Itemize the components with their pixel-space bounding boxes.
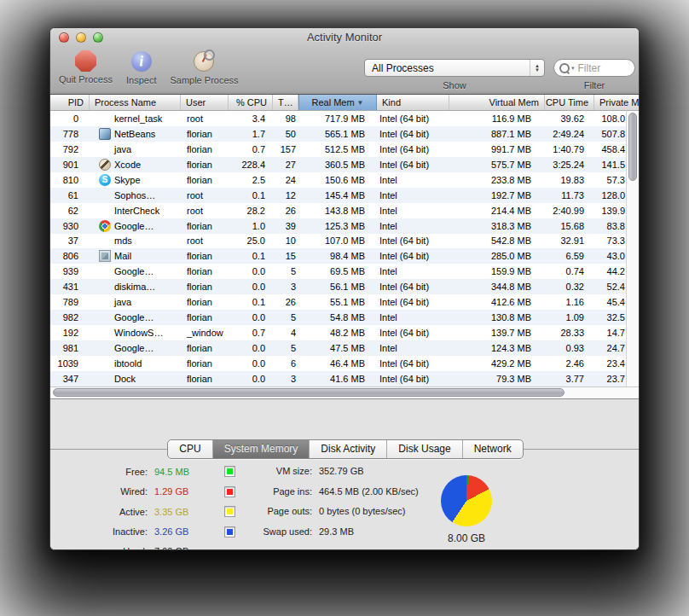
cell-name: SSkype (90, 174, 181, 186)
vertical-scrollbar[interactable] (626, 111, 639, 386)
column-header-private_mem[interactable]: Private Mer (594, 95, 640, 110)
cell-kind: Intel (64 bit) (377, 113, 449, 124)
process-name: Google… (114, 266, 153, 276)
tab-system-memory[interactable]: System Memory (213, 440, 310, 458)
column-header-name[interactable]: Process Name (90, 95, 181, 110)
vertical-scrollbar-thumb[interactable] (628, 113, 637, 181)
cell-user: florian (181, 358, 229, 369)
cell-cpu_time: 2.46 (545, 358, 594, 369)
cell-kind: Intel (64 bit) (377, 358, 449, 369)
table-row[interactable]: 192WindowS…_window0.7448.2 MBIntel (64 b… (50, 325, 640, 340)
cell-threads: 26 (273, 297, 298, 307)
table-row[interactable]: 982Google…florian0.0554.8 MBIntel130.8 M… (50, 310, 640, 325)
column-header-pid[interactable]: PID (50, 95, 90, 110)
cell-user: florian (181, 129, 229, 139)
show-popup[interactable]: All Processes ▲▼ (364, 59, 545, 77)
cell-name: java (90, 296, 181, 308)
cell-pid: 778 (50, 129, 90, 139)
table-row[interactable]: 789javaflorian0.12655.1 MBIntel (64 bit)… (50, 294, 640, 310)
tab-disk-usage[interactable]: Disk Usage (387, 440, 462, 458)
cell-kind: Intel (64 bit) (377, 144, 449, 154)
cell-threads: 5 (273, 312, 298, 323)
sort-descending-icon: ▼ (357, 99, 364, 107)
cell-pid: 806 (50, 251, 90, 261)
cell-real_mem: 717.9 MB (298, 113, 377, 124)
tab-cpu[interactable]: CPU (168, 440, 212, 458)
quit-process-button[interactable]: Quit Process (59, 50, 113, 85)
process-name: mds (114, 235, 132, 246)
total-memory-label: 8.00 GB (424, 532, 509, 544)
inspect-button[interactable]: iInspect (126, 50, 156, 85)
cell-virtual_mem: 887.1 MB (449, 129, 545, 139)
cell-pid: 431 (50, 282, 90, 292)
cell-cpu: 0.0 (229, 343, 273, 353)
cell-user: florian (181, 343, 229, 353)
sample-process-button[interactable]: Sample Process (170, 50, 238, 85)
cell-name: mds (90, 235, 181, 247)
horizontal-scrollbar[interactable] (50, 386, 640, 399)
column-header-virtual_mem[interactable]: Virtual Mem (449, 95, 545, 110)
tab-network[interactable]: Network (463, 440, 523, 458)
cell-user: florian (181, 297, 229, 307)
cell-threads: 50 (273, 129, 298, 139)
cell-cpu_time: 11.73 (545, 190, 594, 200)
cell-cpu_time: 3.77 (545, 374, 594, 384)
vm-stat-row: Page outs:0 bytes (0 bytes/sec) (248, 506, 406, 516)
column-header-user[interactable]: User (181, 95, 229, 110)
table-row[interactable]: 901Xcodeflorian228.427360.5 MBIntel (64 … (50, 157, 640, 172)
column-header-cpu_time[interactable]: CPU Time (545, 95, 594, 110)
cell-name: Google… (90, 311, 181, 323)
column-header-cpu[interactable]: % CPU (229, 95, 273, 110)
no-icon (98, 281, 112, 293)
chrome-icon (98, 220, 112, 232)
mail-icon (98, 250, 112, 262)
table-row[interactable]: 930Google…florian1.039125.3 MBIntel318.3… (50, 218, 640, 234)
column-header-threads[interactable]: T… (273, 95, 298, 110)
table-row[interactable]: 62InterCheckroot28.226143.8 MBIntel214.4… (50, 203, 640, 218)
titlebar[interactable]: Activity Monitor (50, 28, 639, 47)
table-row[interactable]: 37mdsroot25.010107.0 MBIntel (64 bit)542… (50, 234, 640, 249)
column-header-real_mem[interactable]: Real Mem▼ (298, 95, 377, 110)
cell-threads: 6 (273, 358, 298, 369)
tab-disk-activity[interactable]: Disk Activity (310, 440, 387, 458)
cell-cpu_time: 19.83 (545, 175, 594, 185)
no-icon (98, 327, 112, 339)
table-row[interactable]: 810SSkypeflorian2.524150.6 MBIntel233.8 … (50, 172, 640, 188)
toolbar-buttons: Quit ProcessiInspectSample Process (59, 50, 239, 85)
skype-icon: S (99, 174, 111, 186)
inactive-color-swatch (224, 526, 235, 538)
cell-cpu: 0.7 (229, 328, 273, 338)
memory-stat-row: Inactive:3.26 GB (95, 526, 235, 538)
column-header-label: PID (68, 97, 84, 108)
table-row[interactable]: 61Sophos…root0.112145.4 MBIntel192.7 MB1… (50, 188, 640, 203)
stat-label: Wired: (95, 486, 148, 497)
cell-pid: 61 (50, 190, 90, 200)
table-row[interactable]: 431diskima…florian0.0356.1 MBIntel (64 b… (50, 279, 640, 294)
cell-name: InterCheck (90, 205, 181, 217)
cell-cpu: 0.1 (229, 251, 273, 261)
table-row[interactable]: 939Google…florian0.0569.5 MBIntel159.9 M… (50, 264, 640, 279)
table-row[interactable]: 792javaflorian0.7157512.5 MBIntel (64 bi… (50, 142, 640, 157)
no-icon (98, 265, 112, 277)
cell-threads: 10 (273, 235, 298, 246)
process-table: 0kernel_taskroot3.498717.9 MBIntel (64 b… (50, 111, 640, 386)
cell-pid: 62 (50, 206, 90, 216)
cell-cpu_time: 1:40.79 (545, 144, 594, 154)
table-row[interactable]: 1039ibtooldflorian0.0646.4 MBIntel (64 b… (50, 356, 640, 371)
table-row[interactable]: 778NetBeansflorian1.750565.1 MBIntel (64… (50, 126, 640, 142)
filter-field[interactable]: ▾ (553, 59, 635, 77)
table-row[interactable]: 981Google…florian0.0547.5 MBIntel124.3 M… (50, 340, 640, 356)
cell-user: florian (181, 175, 229, 185)
cell-kind: Intel (377, 175, 449, 185)
cell-user: florian (181, 312, 229, 323)
cell-name: Mail (90, 250, 181, 262)
table-row[interactable]: 806Mailflorian0.11598.4 MBIntel (64 bit)… (50, 248, 640, 264)
column-header-kind[interactable]: Kind (377, 95, 449, 110)
column-header-label: CPU Time (546, 97, 588, 108)
stat-label: Active: (95, 507, 148, 517)
table-row[interactable]: 0kernel_taskroot3.498717.9 MBIntel (64 b… (50, 111, 640, 126)
table-row[interactable]: 347Dockflorian0.0341.6 MBIntel (64 bit)7… (50, 371, 640, 386)
show-popup-value: All Processes (372, 62, 434, 74)
horizontal-scrollbar-thumb[interactable] (53, 388, 565, 397)
filter-input[interactable] (576, 61, 629, 75)
